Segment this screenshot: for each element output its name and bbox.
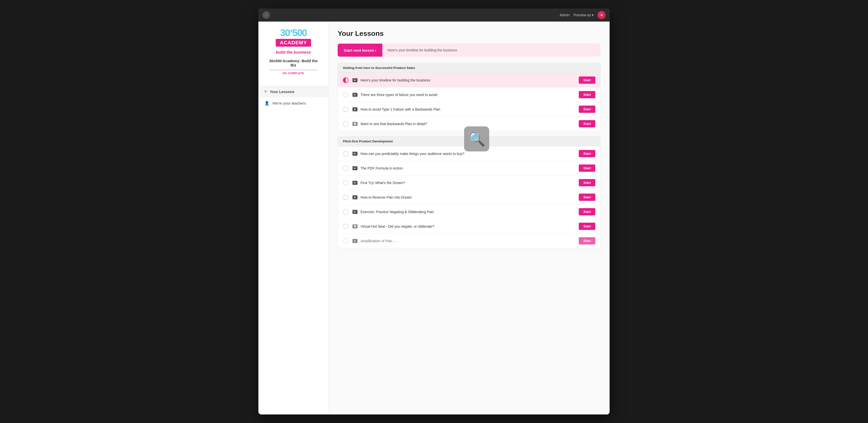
lesson-row: ▶ There are three types of failure you n… xyxy=(338,88,600,102)
lesson-check-11 xyxy=(343,238,348,244)
titlebar: ‹ Admin Preview as ▾ A xyxy=(258,8,610,22)
avatar-initials: A xyxy=(600,13,603,17)
progress-label: 0% COMPLETE xyxy=(270,72,317,75)
admin-label: Admin xyxy=(560,13,570,17)
lesson-row: ▶ The PDF Formula in Action Start xyxy=(338,161,600,175)
section-header-2: Pitch-first Product Development xyxy=(338,136,600,147)
lesson-row: 📄 Want to see that Backwards Plan in det… xyxy=(338,117,600,131)
sidebar-item-label-teachers: We're your teachers xyxy=(273,101,306,105)
sidebar: 30x500 ACADEMY build the business 30x500… xyxy=(258,22,329,415)
lesson-type-icon-video: ▶ xyxy=(352,239,358,243)
lesson-start-button-7[interactable]: Start xyxy=(579,179,595,186)
back-icon: ‹ xyxy=(266,13,267,17)
lesson-start-button-5[interactable]: Start xyxy=(579,150,595,157)
lesson-start-button-11[interactable]: Start xyxy=(579,237,595,245)
logo-30: 30 xyxy=(280,28,290,38)
lesson-type-icon-doc: 📄 xyxy=(352,224,358,228)
lesson-title-11: Amplification of Pain ... xyxy=(361,239,579,243)
lesson-type-icon-video: ▶ xyxy=(352,78,358,82)
section-header-1: Getting from here to Successful Product … xyxy=(338,63,600,73)
lesson-title-8: How to Reverse Pain into Dream xyxy=(361,195,579,199)
start-banner-description: Here's your timeline for building the bu… xyxy=(382,48,462,52)
lesson-check-6 xyxy=(343,165,348,171)
avatar[interactable]: A xyxy=(597,11,606,19)
lesson-check-10 xyxy=(343,224,348,229)
progress-bar-background xyxy=(270,69,317,71)
lesson-row: ▶ How to avoid Type 1 Failure with a Bac… xyxy=(338,102,600,117)
lesson-row: ▶ First Try! What's the Dream? Start xyxy=(338,175,600,190)
lesson-check-5 xyxy=(343,151,348,157)
lesson-row: ▶ How can you predictably make things yo… xyxy=(338,147,600,161)
lesson-title-9: Exercise: Practice Negating & Obliterati… xyxy=(361,210,579,214)
lesson-check-2 xyxy=(343,92,348,98)
chevron-down-icon: ▾ xyxy=(592,13,594,17)
lesson-type-icon-video: ▶ xyxy=(352,93,358,97)
lesson-title-7: First Try! What's the Dream? xyxy=(361,181,579,185)
lesson-row: ▶ Exercise: Practice Negating & Oblitera… xyxy=(338,205,600,219)
lesson-start-button-3[interactable]: Start xyxy=(579,105,595,113)
lesson-row: ▶ Amplification of Pain ... Start xyxy=(338,234,600,248)
teachers-icon: 👤 xyxy=(265,101,270,105)
lesson-start-button-4[interactable]: Start xyxy=(579,120,595,127)
nav-items: ≡ Your Lessons 👤 We're your teachers xyxy=(258,86,329,109)
lesson-type-icon-video: ▶ xyxy=(352,166,358,170)
back-button[interactable]: ‹ xyxy=(262,11,270,19)
page-title: Your Lessons xyxy=(338,30,600,38)
logo-30x500: 30x500 xyxy=(280,28,307,38)
lesson-type-icon-video: ▶ xyxy=(352,181,358,185)
lesson-type-icon-video: ▶ xyxy=(352,195,358,199)
lesson-check-7 xyxy=(343,180,348,186)
lesson-check-9 xyxy=(343,209,348,215)
logo-x: x xyxy=(290,28,292,34)
main-layout: 30x500 ACADEMY build the business 30x500… xyxy=(258,22,610,415)
lesson-title-2: There are three types of failure you nee… xyxy=(361,93,579,97)
lesson-title-4: Want to see that Backwards Plan in detai… xyxy=(361,122,579,126)
lesson-check-3 xyxy=(343,106,348,112)
lesson-check-1 xyxy=(343,77,348,83)
logo-tagline: build the business xyxy=(276,50,311,55)
lesson-title-5: How can you predictably make things your… xyxy=(361,152,579,156)
lesson-row: ▶ How to Reverse Pain into Dream Start xyxy=(338,190,600,205)
course-title: 30x500 Academy: Build the Biz xyxy=(265,59,322,67)
lesson-start-button-6[interactable]: Start xyxy=(579,164,595,172)
lesson-start-button-8[interactable]: Start xyxy=(579,194,595,201)
lesson-start-button-1[interactable]: Start xyxy=(579,76,595,84)
lessons-icon: ≡ xyxy=(265,89,267,94)
content-wrapper: Your Lessons Start next lesson › Here's … xyxy=(338,30,600,248)
lesson-check-8 xyxy=(343,195,348,200)
logo-text: 30x500 ACADEMY xyxy=(276,28,311,46)
lesson-title-1: Here's your timeline for building the bu… xyxy=(361,78,579,82)
titlebar-left: ‹ xyxy=(262,11,270,19)
start-next-lesson-button[interactable]: Start next lesson › xyxy=(338,44,382,57)
lesson-row: ▶ Here's your timeline for building the … xyxy=(338,73,600,88)
lesson-type-icon-video: ▶ xyxy=(352,152,358,156)
lesson-title-10: Virtual Hot Seat - Did you negate, or ob… xyxy=(361,224,579,228)
preview-as-label: Preview as xyxy=(574,13,591,17)
sidebar-item-your-lessons[interactable]: ≡ Your Lessons xyxy=(258,86,329,97)
section-group-1: Getting from here to Successful Product … xyxy=(338,63,600,131)
start-next-lesson-banner: Start next lesson › Here's your timeline… xyxy=(338,44,600,57)
preview-as-button[interactable]: Preview as ▾ xyxy=(574,13,594,17)
logo-area: 30x500 ACADEMY build the business 30x500… xyxy=(258,28,329,81)
lesson-row: 📄 Virtual Hot Seat - Did you negate, or … xyxy=(338,219,600,234)
app-window: ‹ Admin Preview as ▾ A 30x500 ACADEMY xyxy=(258,8,610,415)
lesson-start-button-10[interactable]: Start xyxy=(579,223,595,230)
lesson-start-button-2[interactable]: Start xyxy=(579,91,595,98)
lesson-start-button-9[interactable]: Start xyxy=(579,208,595,216)
content-area: Your Lessons Start next lesson › Here's … xyxy=(329,22,610,415)
lesson-title-3: How to avoid Type 1 Failure with a Backw… xyxy=(361,107,579,111)
logo-academy: ACADEMY xyxy=(276,39,311,46)
lesson-check-4 xyxy=(343,121,348,127)
logo-500: 500 xyxy=(292,28,307,38)
titlebar-right: Admin Preview as ▾ A xyxy=(560,11,606,19)
sidebar-item-teachers[interactable]: 👤 We're your teachers xyxy=(258,97,329,109)
section-group-2: Pitch-first Product Development ▶ How ca… xyxy=(338,136,600,248)
lesson-title-6: The PDF Formula in Action xyxy=(361,166,579,170)
lesson-type-icon-video: ▶ xyxy=(352,107,358,111)
lesson-type-icon-video: ▶ xyxy=(352,210,358,214)
lesson-type-icon-doc: 📄 xyxy=(352,122,358,126)
progress-bar-container: 0% COMPLETE xyxy=(265,69,322,75)
sidebar-item-label-lessons: Your Lessons xyxy=(270,90,294,94)
